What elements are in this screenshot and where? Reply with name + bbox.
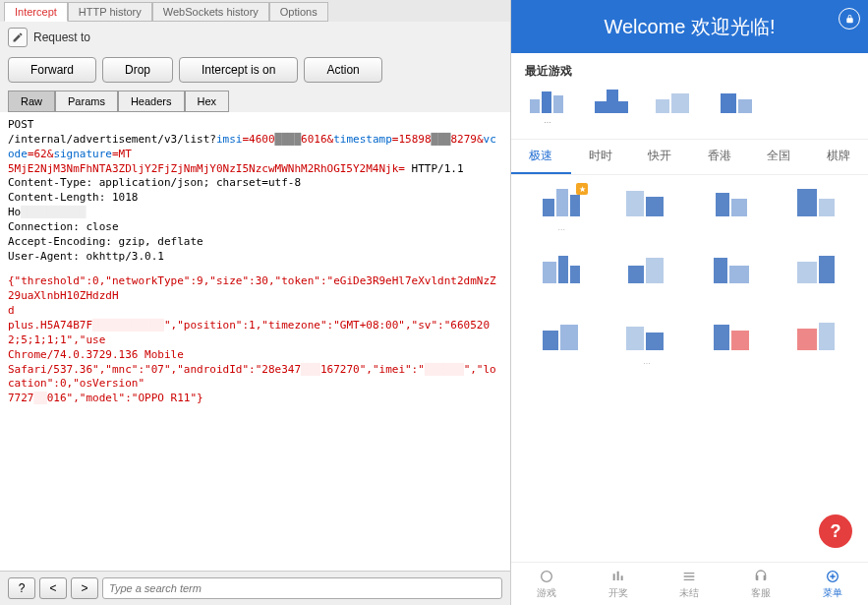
raw-line: 5MjE2NjM3NmFhNTA3ZDljY2FjZjNmMjY0NzI5Nzc…	[8, 162, 502, 177]
cat-tab[interactable]: 全国	[749, 140, 809, 174]
next-match-button[interactable]: >	[71, 577, 98, 599]
raw-line: Connection: close	[8, 220, 502, 235]
raw-line: Content-Type: application/json; charset=…	[8, 176, 502, 191]
tab-http-history[interactable]: HTTP history	[68, 2, 152, 22]
request-bar: Request to	[0, 22, 510, 53]
bottom-nav: 游戏 开奖 未结 客服 菜单	[511, 562, 868, 605]
game-item[interactable]	[783, 185, 852, 234]
gamepad-icon	[538, 569, 555, 584]
edit-icon[interactable]	[8, 28, 28, 47]
nav-menu[interactable]: 菜单	[796, 563, 868, 605]
nav-games[interactable]: 游戏	[511, 563, 583, 605]
recent-item[interactable]: ···	[525, 88, 570, 129]
help-fab[interactable]: ?	[819, 514, 852, 548]
raw-request-view[interactable]: POST /internal/advertisement/v3/list?ims…	[0, 112, 510, 571]
nav-results[interactable]: 开奖	[583, 563, 655, 605]
game-item[interactable]: ★···	[527, 185, 596, 234]
game-item[interactable]	[698, 319, 767, 368]
raw-line: {"threshold":0,"networkType":9,"size":30…	[8, 274, 502, 304]
page-title: Welcome 欢迎光临!	[604, 14, 775, 40]
game-item[interactable]	[612, 185, 681, 234]
game-item[interactable]	[527, 252, 596, 301]
games-grid: ★··· ···	[511, 175, 868, 562]
tab-intercept[interactable]: Intercept	[4, 2, 68, 22]
svg-point-0	[542, 571, 552, 581]
request-to-label: Request to	[33, 30, 90, 44]
game-item[interactable]	[783, 252, 852, 301]
search-input[interactable]	[102, 577, 502, 599]
subtab-headers[interactable]: Headers	[118, 91, 185, 112]
cat-tab[interactable]: 极速	[511, 140, 571, 174]
recent-item[interactable]	[714, 88, 759, 129]
raw-line: Content-Length: 1018	[8, 191, 502, 206]
nav-support[interactable]: 客服	[725, 563, 797, 605]
lock-icon[interactable]	[839, 8, 860, 30]
game-item[interactable]	[783, 319, 852, 368]
cat-tab[interactable]: 时时	[571, 140, 631, 174]
subtab-hex[interactable]: Hex	[185, 91, 230, 112]
subtab-raw[interactable]: Raw	[8, 91, 55, 112]
nav-pending[interactable]: 未结	[654, 563, 725, 605]
category-tabs: 极速 时时 快开 香港 全国 棋牌	[511, 139, 868, 175]
app-header: Welcome 欢迎光临!	[511, 0, 868, 53]
list-icon	[680, 569, 698, 584]
top-tabs: Intercept HTTP history WebSockets histor…	[0, 0, 510, 22]
raw-line: Safari/537.36","mnc":"07","androidId":"2…	[8, 363, 502, 393]
tab-ws-history[interactable]: WebSockets history	[152, 2, 269, 22]
raw-line	[8, 264, 502, 274]
subtab-params[interactable]: Params	[55, 91, 118, 112]
recent-item[interactable]	[588, 88, 633, 129]
game-item[interactable]	[698, 185, 767, 234]
action-buttons: Forward Drop Intercept is on Action	[0, 53, 510, 91]
mobile-app-panel: Welcome 欢迎光临! 最近游戏 ··· 极速 时时 快开 香港 全国 棋牌…	[511, 0, 868, 605]
raw-line: /internal/advertisement/v3/list?imsi=460…	[8, 133, 502, 162]
raw-line: Chrome/74.0.3729.136 Mobile	[8, 348, 502, 363]
forward-button[interactable]: Forward	[8, 57, 96, 83]
search-nav: ? < >	[0, 571, 510, 605]
game-item[interactable]	[612, 252, 681, 301]
raw-line: Accept-Encoding: gzip, deflate	[8, 235, 502, 250]
intercept-toggle-button[interactable]: Intercept is on	[179, 57, 298, 83]
tab-options[interactable]: Options	[269, 2, 328, 22]
help-button[interactable]: ?	[8, 577, 35, 599]
game-item[interactable]: ···	[612, 319, 681, 368]
raw-line: User-Agent: okhttp/3.0.1	[8, 250, 502, 265]
recent-games-label: 最近游戏	[511, 53, 868, 88]
raw-line: plus.H5A74B7F███████████","position":1,"…	[8, 319, 502, 348]
raw-line: POST	[8, 118, 502, 133]
action-button[interactable]: Action	[304, 57, 381, 83]
headset-icon	[752, 569, 770, 584]
sub-tabs: Raw Params Headers Hex	[0, 91, 510, 112]
raw-line: d	[8, 304, 502, 319]
raw-line: Ho██████████	[8, 206, 502, 220]
game-item[interactable]	[698, 252, 767, 301]
prev-match-button[interactable]: <	[39, 577, 67, 599]
burp-panel: Intercept HTTP history WebSockets histor…	[0, 0, 511, 605]
menu-icon	[824, 569, 841, 584]
recent-item[interactable]	[651, 88, 696, 129]
game-item[interactable]	[527, 319, 596, 368]
cat-tab[interactable]: 快开	[630, 140, 690, 174]
cat-tab[interactable]: 棋牌	[809, 140, 869, 174]
drop-button[interactable]: Drop	[102, 57, 173, 83]
cat-tab[interactable]: 香港	[690, 140, 750, 174]
raw-line: 7727██016","model":"OPPO R11"}	[8, 392, 502, 406]
chart-icon	[609, 569, 627, 584]
recent-games-row: ···	[511, 88, 868, 139]
